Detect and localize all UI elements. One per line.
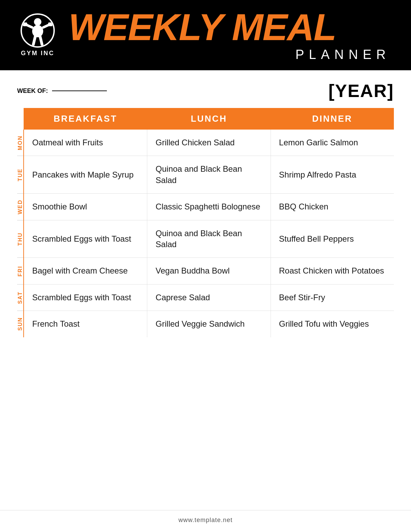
dinner-cell: Grilled Tofu with Veggies bbox=[271, 311, 394, 337]
week-of-label: WEEK OF: bbox=[17, 87, 48, 95]
footer-url: www.template.net bbox=[178, 517, 233, 523]
lunch-cell: Caprese Salad bbox=[147, 284, 271, 311]
week-row: WEEK OF: [YEAR] bbox=[17, 81, 394, 101]
table-row: MONOatmeal with FruitsGrilled Chicken Sa… bbox=[17, 130, 394, 156]
lunch-cell: Quinoa and Black Bean Salad bbox=[147, 156, 271, 194]
table-row: SATScrambled Eggs with ToastCaprese Sala… bbox=[17, 284, 394, 311]
logo-area: GYM INC bbox=[21, 13, 55, 57]
breakfast-cell: Scrambled Eggs with Toast bbox=[24, 220, 147, 258]
dinner-cell: Beef Stir-Fry bbox=[271, 284, 394, 311]
main-title: WEEKLY MEAL bbox=[68, 8, 336, 46]
svg-point-1 bbox=[32, 25, 43, 37]
lunch-cell: Classic Spaghetti Bolognese bbox=[147, 194, 271, 220]
day-label: FRI bbox=[17, 266, 23, 277]
svg-line-7 bbox=[40, 37, 42, 45]
lunch-cell: Quinoa and Black Bean Salad bbox=[147, 220, 271, 258]
breakfast-cell: Bagel with Cream Cheese bbox=[24, 258, 147, 284]
table-row: WEDSmoothie BowlClassic Spaghetti Bologn… bbox=[17, 194, 394, 220]
lunch-cell: Grilled Veggie Sandwich bbox=[147, 311, 271, 337]
content: WEEK OF: [YEAR] BREAKFAST LUNCH DINNER M… bbox=[0, 70, 411, 510]
dinner-cell: Roast Chicken with Potatoes bbox=[271, 258, 394, 284]
lunch-cell: Vegan Buddha Bowl bbox=[147, 258, 271, 284]
dinner-cell: BBQ Chicken bbox=[271, 194, 394, 220]
day-cell-sat: SAT bbox=[17, 284, 24, 311]
lunch-cell: Grilled Chicken Salad bbox=[147, 130, 271, 156]
breakfast-cell: Scrambled Eggs with Toast bbox=[24, 284, 147, 311]
footer: www.template.net bbox=[0, 510, 411, 532]
breakfast-cell: Oatmeal with Fruits bbox=[24, 130, 147, 156]
dinner-cell: Shrimp Alfredo Pasta bbox=[271, 156, 394, 194]
breakfast-cell: French Toast bbox=[24, 311, 147, 337]
col-header-lunch: LUNCH bbox=[147, 108, 271, 130]
header: GYM INC WEEKLY MEAL PLANNER bbox=[0, 0, 411, 70]
day-label: THU bbox=[17, 232, 23, 246]
day-label: SAT bbox=[17, 291, 23, 304]
day-cell-sun: SUN bbox=[17, 311, 24, 337]
subtitle: PLANNER bbox=[296, 47, 391, 62]
svg-line-6 bbox=[33, 37, 35, 45]
dinner-cell: Lemon Garlic Salmon bbox=[271, 130, 394, 156]
dinner-cell: Stuffed Bell Peppers bbox=[271, 220, 394, 258]
title-area: WEEKLY MEAL PLANNER bbox=[68, 8, 390, 62]
day-cell-tue: TUE bbox=[17, 156, 24, 194]
logo-label: GYM INC bbox=[21, 50, 54, 57]
svg-point-0 bbox=[34, 18, 41, 26]
week-of-line bbox=[52, 90, 107, 91]
day-label: TUE bbox=[17, 168, 23, 181]
day-cell-wed: WED bbox=[17, 194, 24, 220]
day-cell-mon: MON bbox=[17, 130, 24, 156]
day-label: MON bbox=[17, 135, 23, 150]
table-row: SUNFrench ToastGrilled Veggie SandwichGr… bbox=[17, 311, 394, 337]
table-row: THUScrambled Eggs with ToastQuinoa and B… bbox=[17, 220, 394, 258]
logo-circle bbox=[21, 13, 55, 48]
meal-table: BREAKFAST LUNCH DINNER MONOatmeal with F… bbox=[17, 108, 394, 337]
breakfast-cell: Smoothie Bowl bbox=[24, 194, 147, 220]
day-label: SUN bbox=[17, 317, 23, 331]
day-cell-thu: THU bbox=[17, 220, 24, 258]
svg-rect-5 bbox=[48, 23, 53, 26]
week-of-container: WEEK OF: bbox=[17, 87, 107, 95]
day-cell-fri: FRI bbox=[17, 258, 24, 284]
table-row: TUEPancakes with Maple SyrupQuinoa and B… bbox=[17, 156, 394, 194]
year-label: [YEAR] bbox=[328, 81, 394, 101]
col-header-dinner: DINNER bbox=[271, 108, 394, 130]
day-label: WED bbox=[17, 200, 23, 214]
svg-rect-4 bbox=[23, 23, 27, 26]
breakfast-cell: Pancakes with Maple Syrup bbox=[24, 156, 147, 194]
col-header-breakfast: BREAKFAST bbox=[24, 108, 147, 130]
table-row: FRIBagel with Cream CheeseVegan Buddha B… bbox=[17, 258, 394, 284]
